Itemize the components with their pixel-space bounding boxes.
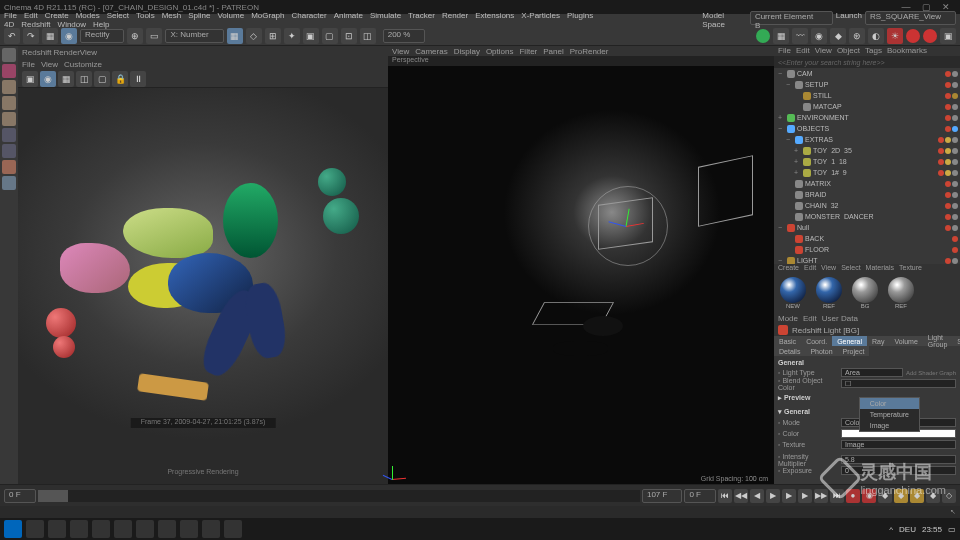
start-button[interactable]	[4, 520, 22, 538]
render-start-icon[interactable]: ▣	[22, 71, 38, 87]
vp-tab-cameras[interactable]: Cameras	[415, 47, 447, 56]
snap-toggle-icon[interactable]	[2, 160, 16, 174]
vp-tab-panel[interactable]: Panel	[543, 47, 563, 56]
render-view[interactable]: Frame 37, 2009-04-27, 21:01:25 (3.87s)	[18, 88, 388, 458]
field-icon[interactable]: ⊛	[849, 28, 865, 44]
object-search[interactable]: <<Enter your search string here>>	[774, 56, 960, 68]
poly-mode-icon[interactable]	[2, 112, 16, 126]
red-dot-icon[interactable]	[906, 29, 920, 43]
mat-texture-tab[interactable]: Texture	[899, 264, 922, 274]
obj-tags-tab[interactable]: Tags	[865, 46, 882, 56]
play-back-icon[interactable]: ▶	[766, 489, 780, 503]
menu-extensions[interactable]: Extensions	[475, 11, 514, 20]
tree-row[interactable]: MATCAP	[774, 101, 960, 112]
material-bg[interactable]: BG	[849, 277, 881, 311]
attr-tab-ray[interactable]: Ray	[867, 336, 889, 346]
undo-button[interactable]: ↶	[4, 28, 20, 44]
prev-frame-icon[interactable]: ◀	[750, 489, 764, 503]
mat-edit-tab[interactable]: Edit	[804, 264, 816, 274]
attr-tab-details[interactable]: Details	[774, 346, 805, 356]
menu-volume[interactable]: Volume	[217, 11, 244, 20]
move-tool-icon[interactable]: ◉	[61, 28, 77, 44]
mode-dropdown[interactable]: ColorTemperatureImage	[859, 397, 920, 432]
attr-tab-shadow[interactable]: Shadow	[952, 336, 960, 346]
light-icon[interactable]: ☀	[887, 28, 903, 44]
menu-simulate[interactable]: Simulate	[370, 11, 401, 20]
play-icon[interactable]: ▶	[782, 489, 796, 503]
mode-combo[interactable]: Rectify	[80, 29, 124, 43]
viewport-canvas[interactable]: Grid Spacing: 100 cm	[388, 66, 774, 484]
attr-tab-lightgroup[interactable]: Light Group	[923, 336, 952, 346]
attr-tab-volume[interactable]: Volume	[890, 336, 923, 346]
mat-select-tab[interactable]: Select	[841, 264, 860, 274]
attr-field[interactable]: 0	[841, 466, 956, 475]
region-icon[interactable]: ▢	[94, 71, 110, 87]
live-select-icon[interactable]: ▦	[42, 28, 58, 44]
mat-view-tab[interactable]: View	[821, 264, 836, 274]
material-new[interactable]: NEW	[777, 277, 809, 311]
menu-tracker[interactable]: Tracker	[408, 11, 435, 20]
snap-icon[interactable]: ◇	[246, 28, 262, 44]
mat-materials-tab[interactable]: Materials	[866, 264, 894, 274]
tree-row[interactable]: BRAID	[774, 189, 960, 200]
menu-mesh[interactable]: Mesh	[162, 11, 182, 20]
tree-row[interactable]: MONSTER_DANCER	[774, 211, 960, 222]
rect-select-icon[interactable]: ▭	[146, 28, 162, 44]
mode2-combo[interactable]: X: Number	[165, 29, 223, 43]
render-region-icon[interactable]: ▢	[322, 28, 338, 44]
menu-character[interactable]: Character	[292, 11, 327, 20]
goto-start-icon[interactable]: ⏮	[718, 489, 732, 503]
xyz-icon[interactable]: ✦	[284, 28, 300, 44]
spline-icon[interactable]: 〰	[792, 28, 808, 44]
vp-tab-view[interactable]: View	[392, 47, 409, 56]
redo-button[interactable]: ↷	[23, 28, 39, 44]
edge-mode-icon[interactable]	[2, 96, 16, 110]
attr-field[interactable]: Area	[841, 368, 903, 377]
y-axis[interactable]	[626, 209, 630, 227]
step-fwd-icon[interactable]: ▶▶	[814, 489, 828, 503]
tree-row[interactable]: STILL	[774, 90, 960, 101]
next-frame-icon[interactable]: ▶	[798, 489, 812, 503]
key-param-icon[interactable]: ◆	[926, 489, 940, 503]
dropdown-option[interactable]: Image	[860, 420, 919, 431]
viewport-solo-icon[interactable]	[2, 144, 16, 158]
cube-primitive-icon[interactable]: ▦	[773, 28, 789, 44]
camera-icon[interactable]: ▣	[940, 28, 956, 44]
autokey-icon[interactable]: ◉	[862, 489, 876, 503]
menu-modes[interactable]: Modes	[76, 11, 100, 20]
obj-view-tab[interactable]: View	[815, 46, 832, 56]
menu-create[interactable]: Create	[45, 11, 69, 20]
lock-icon[interactable]: 🔒	[112, 71, 128, 87]
axis-mode-icon[interactable]	[2, 128, 16, 142]
vp-tab-filter[interactable]: Filter	[519, 47, 537, 56]
deformer-icon[interactable]: ◐	[868, 28, 884, 44]
attr-field[interactable]: 5.8	[841, 455, 956, 464]
dropdown-option[interactable]: Temperature	[860, 409, 919, 420]
app-icon-7[interactable]	[224, 520, 242, 538]
dropdown-option[interactable]: Color	[860, 398, 919, 409]
tree-row[interactable]: −Null	[774, 222, 960, 233]
obj-file-tab[interactable]: File	[778, 46, 791, 56]
app-icon-4[interactable]	[158, 520, 176, 538]
attr-field[interactable]: ☐	[841, 379, 956, 388]
layout-combo[interactable]: Current Element B	[750, 11, 833, 25]
r1-icon[interactable]: ⊡	[341, 28, 357, 44]
render-customize-tab[interactable]: Customize	[64, 60, 102, 69]
locked-icon[interactable]	[2, 176, 16, 190]
menu-file[interactable]: File	[4, 11, 17, 20]
key-pla-icon[interactable]: ◇	[942, 489, 956, 503]
tree-row[interactable]: −SETUP	[774, 79, 960, 90]
tool-icon[interactable]: ⊕	[127, 28, 143, 44]
generator-icon[interactable]: ◉	[811, 28, 827, 44]
workplane-icon[interactable]: ⊞	[265, 28, 281, 44]
frame-end[interactable]: 107 F	[642, 489, 682, 503]
tree-row[interactable]: +TOY_1_18	[774, 156, 960, 167]
menu-tools[interactable]: Tools	[136, 11, 155, 20]
point-mode-icon[interactable]	[2, 80, 16, 94]
r2-icon[interactable]: ◫	[360, 28, 376, 44]
area-light-wireframe-2[interactable]	[698, 155, 753, 227]
snapshot-icon[interactable]: ◫	[76, 71, 92, 87]
attr-tab-general[interactable]: General	[832, 336, 867, 346]
menu-spline[interactable]: Spline	[188, 11, 210, 20]
step-back-icon[interactable]: ◀◀	[734, 489, 748, 503]
